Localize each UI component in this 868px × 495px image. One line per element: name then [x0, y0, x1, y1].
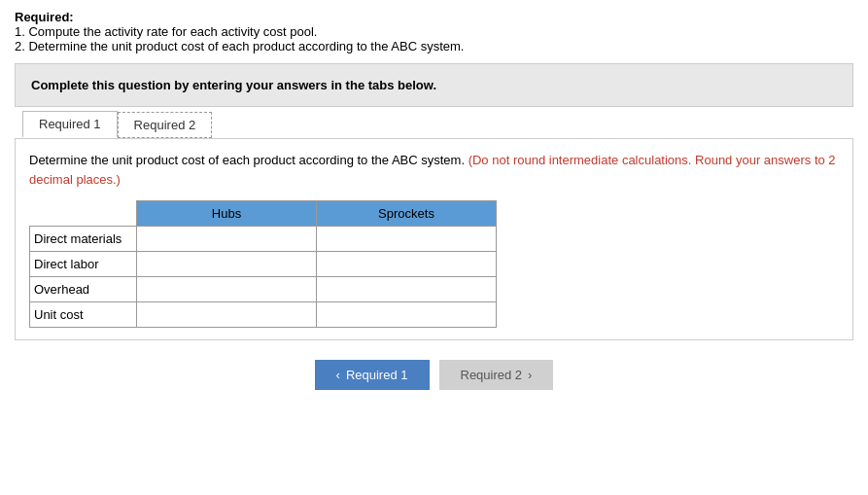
hubs-header: Hubs	[137, 201, 317, 227]
prev-required1-button[interactable]: ‹ Required 1	[315, 360, 430, 390]
hubs-input[interactable]	[143, 231, 310, 246]
description-main: Determine the unit product cost of each …	[29, 153, 465, 167]
hubs-input[interactable]	[143, 282, 310, 297]
btn1-label: Required 1	[346, 368, 408, 382]
sprockets-input-cell[interactable]	[317, 302, 497, 328]
sprockets-input-cell[interactable]	[317, 227, 497, 252]
content-area: Determine the unit product cost of each …	[15, 139, 853, 340]
table-row: Direct materials	[30, 227, 497, 252]
hubs-input[interactable]	[143, 307, 310, 322]
description: Determine the unit product cost of each …	[29, 151, 839, 189]
table-row: Unit cost	[30, 302, 497, 328]
instruction-banner: Complete this question by entering your …	[15, 63, 853, 107]
row-label: Direct labor	[30, 252, 137, 277]
row-label: Unit cost	[30, 302, 137, 328]
instruction-1: 1. Compute the activity rate for each ac…	[15, 24, 853, 39]
hubs-input-cell[interactable]	[137, 277, 317, 302]
sprockets-header: Sprockets	[317, 201, 497, 227]
tab-required1[interactable]: Required 1	[22, 111, 118, 138]
hubs-input-cell[interactable]	[137, 252, 317, 277]
table-row: Overhead	[30, 277, 497, 302]
chevron-left-icon: ‹	[336, 368, 340, 382]
nav-buttons: ‹ Required 1 Required 2 ›	[15, 360, 853, 390]
cost-table: Hubs Sprockets Direct materialsDirect la…	[29, 200, 497, 328]
sprockets-input[interactable]	[323, 257, 490, 271]
empty-header	[30, 201, 137, 227]
required-title: Required:	[15, 10, 853, 24]
sprockets-input[interactable]	[323, 282, 490, 297]
hubs-input-cell[interactable]	[137, 302, 317, 328]
tabs-bar: Required 1 Required 2	[15, 111, 853, 139]
sprockets-input-cell[interactable]	[317, 277, 497, 302]
banner-text: Complete this question by entering your …	[31, 78, 436, 92]
next-required2-button[interactable]: Required 2 ›	[439, 360, 554, 390]
sprockets-input-cell[interactable]	[317, 252, 497, 277]
hubs-input[interactable]	[143, 257, 310, 271]
chevron-right-icon: ›	[528, 368, 532, 382]
sprockets-input[interactable]	[323, 307, 490, 322]
row-label: Direct materials	[30, 227, 137, 252]
required-header: Required: 1. Compute the activity rate f…	[15, 10, 853, 53]
tab-required2[interactable]: Required 2	[118, 112, 213, 138]
hubs-input-cell[interactable]	[137, 227, 317, 252]
sprockets-input[interactable]	[323, 231, 490, 246]
instruction-2: 2. Determine the unit product cost of ea…	[15, 39, 853, 53]
btn2-label: Required 2	[461, 368, 523, 382]
table-row: Direct labor	[30, 252, 497, 277]
row-label: Overhead	[30, 277, 137, 302]
